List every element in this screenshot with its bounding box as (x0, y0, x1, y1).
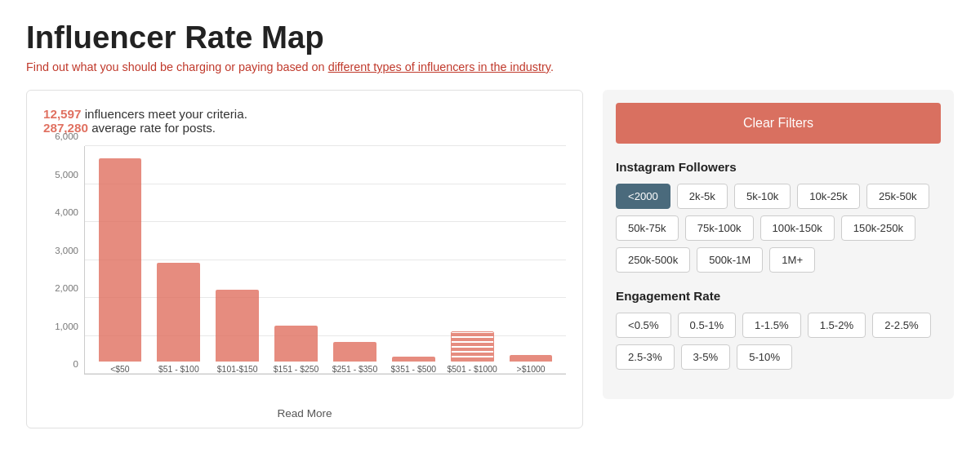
bar (157, 263, 200, 362)
bar-group: $101-$150 (211, 146, 265, 374)
bar (392, 357, 435, 362)
instagram-follower-tag[interactable]: 100k-150k (760, 215, 835, 241)
bar (451, 331, 494, 362)
chart-inner: 01,0002,0003,0004,0005,0006,000<$50$51 -… (84, 146, 566, 375)
stats-block: 12,597 influencers meet your criteria. 2… (43, 107, 566, 135)
bar-group: $251 - $350 (328, 146, 382, 374)
bar-x-label: <$50 (110, 365, 129, 374)
influencer-count: 12,597 (43, 107, 81, 121)
bar-group: $501 - $1000 (445, 146, 499, 374)
instagram-follower-tag[interactable]: 250k-500k (616, 247, 690, 273)
engagement-rate-tag[interactable]: 1.5-2% (808, 313, 866, 338)
bar-x-label: $101-$150 (217, 365, 258, 374)
clear-filters-button[interactable]: Clear Filters (616, 103, 941, 144)
instagram-follower-tag[interactable]: 50k-75k (616, 215, 679, 241)
bar-x-label: $501 - $1000 (448, 365, 497, 374)
page-title: Influencer Rate Map (26, 20, 954, 55)
bar (274, 326, 318, 362)
bar-x-label: $351 - $500 (391, 365, 436, 374)
bar (216, 290, 259, 362)
subtitle-end: . (550, 60, 554, 73)
y-axis-label: 6,000 (46, 131, 78, 141)
y-axis-label: 5,000 (46, 170, 78, 180)
instagram-follower-tag[interactable]: <2000 (616, 184, 670, 209)
avg-label: average rate for posts. (88, 121, 216, 135)
bar (333, 342, 376, 362)
y-axis-label: 4,000 (46, 207, 78, 217)
y-axis-label: 3,000 (46, 246, 78, 255)
bar-group: >$1000 (504, 146, 558, 374)
instagram-followers-title: Instagram Followers (616, 160, 941, 174)
engagement-rate-tag[interactable]: 3-5% (681, 344, 731, 370)
engagement-rate-section: Engagement Rate <0.5%0.5-1%1-1.5%1.5-2%2… (616, 289, 941, 370)
instagram-follower-tag[interactable]: 150k-250k (841, 215, 915, 241)
bar-x-label: $251 - $350 (332, 365, 377, 374)
instagram-followers-section: Instagram Followers <20002k-5k5k-10k10k-… (616, 160, 941, 273)
bar (510, 355, 553, 362)
engagement-rate-tag[interactable]: <0.5% (616, 313, 671, 338)
engagement-rate-tag[interactable]: 1-1.5% (742, 313, 801, 338)
engagement-rate-tag[interactable]: 2-2.5% (872, 313, 931, 338)
bar-group: $351 - $500 (386, 146, 440, 374)
page-subtitle: Find out what you should be charging or … (26, 60, 954, 73)
bar (99, 158, 142, 362)
bar-x-label: $151 - $250 (274, 365, 318, 374)
bar-x-label: $51 - $100 (158, 365, 199, 374)
instagram-follower-tag[interactable]: 25k-50k (866, 184, 929, 209)
instagram-follower-tag[interactable]: 1M+ (769, 247, 815, 273)
instagram-followers-tags: <20002k-5k5k-10k10k-25k25k-50k50k-75k75k… (616, 184, 941, 273)
y-axis-label: 1,000 (46, 322, 78, 331)
main-layout: 12,597 influencers meet your criteria. 2… (26, 90, 954, 428)
engagement-rate-title: Engagement Rate (616, 289, 941, 303)
instagram-follower-tag[interactable]: 2k-5k (677, 184, 728, 209)
subtitle-link[interactable]: different types of influencers in the in… (328, 60, 550, 73)
bars-container: <$50$51 - $100$101-$150$151 - $250$251 -… (85, 146, 566, 374)
engagement-rate-tag[interactable]: 5-10% (737, 344, 792, 370)
engagement-rate-tag[interactable]: 2.5-3% (616, 344, 675, 370)
count-label: influencers meet your criteria. (81, 107, 247, 121)
instagram-follower-tag[interactable]: 10k-25k (797, 184, 860, 209)
read-more-button[interactable]: Read More (43, 407, 566, 419)
bar-group: $151 - $250 (270, 146, 323, 374)
y-axis-label: 0 (46, 359, 78, 369)
instagram-follower-tag[interactable]: 5k-10k (734, 184, 791, 209)
y-axis-label: 2,000 (46, 283, 78, 293)
bar-group: $51 - $100 (152, 146, 206, 374)
filter-panel: Clear Filters Instagram Followers <20002… (603, 90, 954, 399)
chart-area: 01,0002,0003,0004,0005,0006,000<$50$51 -… (43, 146, 566, 399)
instagram-follower-tag[interactable]: 75k-100k (685, 215, 754, 241)
bar-x-label: >$1000 (517, 365, 546, 374)
subtitle-plain: Find out what you should be charging or … (26, 60, 328, 73)
engagement-rate-tags: <0.5%0.5-1%1-1.5%1.5-2%2-2.5%2.5-3%3-5%5… (616, 313, 941, 370)
chart-panel: 12,597 influencers meet your criteria. 2… (26, 90, 583, 428)
instagram-follower-tag[interactable]: 500k-1M (697, 247, 763, 273)
bar-group: <$50 (93, 146, 147, 374)
engagement-rate-tag[interactable]: 0.5-1% (678, 313, 737, 338)
